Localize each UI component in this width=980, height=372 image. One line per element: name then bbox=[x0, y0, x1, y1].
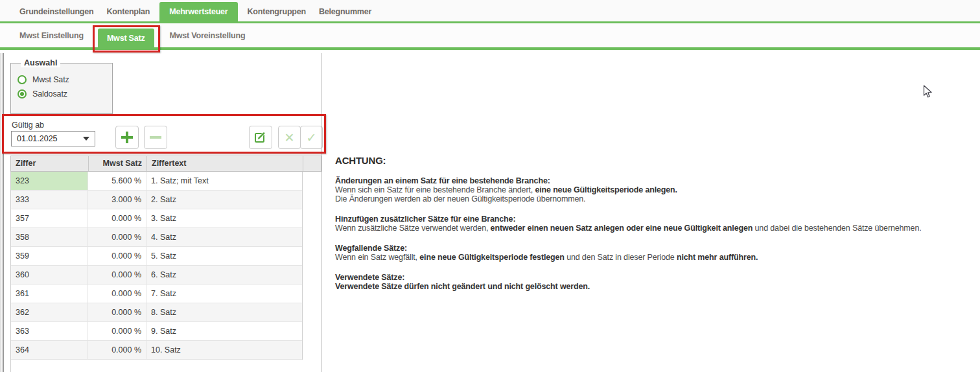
table-row[interactable]: 3600.000 %6. Satz bbox=[11, 266, 302, 285]
table-cell[interactable]: 0.000 % bbox=[88, 285, 146, 303]
table-cell[interactable]: 360 bbox=[11, 266, 88, 284]
table-cell[interactable]: 357 bbox=[11, 209, 88, 227]
table-row[interactable]: 3333.000 %2. Satz bbox=[11, 191, 302, 209]
table-cell[interactable]: 364 bbox=[11, 341, 88, 359]
radio-option-saldosatz[interactable]: Saldosatz bbox=[18, 89, 106, 99]
table-row[interactable]: 3640.000 %10. Satz bbox=[11, 341, 302, 360]
table-row[interactable]: 3235.600 %1. Satz; mit Text bbox=[11, 172, 302, 191]
column-header-ziffertext[interactable]: Ziffertext bbox=[147, 156, 303, 171]
note-line: Wenn sich ein Satz für eine bestehende B… bbox=[335, 185, 967, 194]
table-cell[interactable]: 3. Satz bbox=[146, 209, 302, 227]
tab-belegnummer[interactable]: Belegnummer bbox=[312, 2, 378, 21]
table-cell[interactable]: 362 bbox=[11, 303, 88, 321]
note-heading: Hinzufügen zusätzlicher Sätze für eine B… bbox=[335, 215, 967, 224]
note-heading: Wegfallende Sätze: bbox=[335, 244, 967, 253]
achtung-title: ACHTUNG: bbox=[335, 155, 967, 166]
note-heading: Änderungen an einem Satz für eine besteh… bbox=[335, 176, 967, 185]
radio-icon[interactable] bbox=[18, 75, 27, 84]
plus-icon bbox=[121, 132, 133, 143]
note-line: Verwendete Sätze dürfen nicht geändert u… bbox=[335, 282, 967, 291]
remove-period-button[interactable] bbox=[144, 126, 167, 149]
table-cell[interactable]: 363 bbox=[11, 322, 88, 340]
table-cell[interactable]: 0.000 % bbox=[88, 341, 146, 359]
tab-mehrwertsteuer[interactable]: Mehrwertsteuer bbox=[159, 2, 237, 21]
note-line: Wenn ein Satz wegfällt, eine neue Gültig… bbox=[335, 253, 967, 262]
rate-table-header: Ziffer Mwst Satz Ziffertext bbox=[10, 156, 322, 172]
column-header-ziffer[interactable]: Ziffer bbox=[11, 156, 89, 171]
table-cell[interactable]: 0.000 % bbox=[88, 303, 146, 321]
table-cell[interactable]: 5.600 % bbox=[88, 172, 146, 190]
cancel-button[interactable]: ✕ bbox=[278, 126, 301, 149]
table-cell[interactable]: 3.000 % bbox=[88, 191, 146, 209]
add-period-button[interactable] bbox=[115, 126, 139, 149]
minus-icon bbox=[150, 136, 161, 139]
radio-option-mwst-satz[interactable]: Mwst Satz bbox=[18, 75, 106, 84]
table-cell[interactable]: 0.000 % bbox=[88, 228, 146, 246]
radio-label: Mwst Satz bbox=[32, 75, 69, 84]
table-cell[interactable]: 6. Satz bbox=[146, 266, 302, 284]
note-paragraph: Wegfallende Sätze: Wenn ein Satz wegfäll… bbox=[335, 244, 967, 262]
note-paragraph: Hinzufügen zusätzlicher Sätze für eine B… bbox=[335, 215, 967, 233]
table-cell[interactable]: 8. Satz bbox=[146, 303, 302, 321]
auswahl-legend: Auswahl bbox=[21, 58, 60, 67]
edit-pencil-icon bbox=[253, 130, 268, 145]
table-cell[interactable]: 2. Satz bbox=[146, 191, 302, 209]
table-row[interactable]: 3590.000 %5. Satz bbox=[11, 247, 302, 266]
note-heading: Verwendete Sätze: bbox=[335, 273, 967, 282]
checkmark-icon: ✓ bbox=[307, 132, 317, 144]
radio-label: Saldosatz bbox=[32, 89, 67, 99]
tab-mwst-voreinstellung[interactable]: Mwst Voreinstellung bbox=[163, 23, 252, 47]
edit-button[interactable] bbox=[249, 126, 272, 149]
note-line: Die Änderungen werden ab der neuen Gülti… bbox=[335, 194, 967, 203]
valid-from-dropdown[interactable]: 01.01.2025 bbox=[11, 131, 95, 146]
primary-tab-bar: Grundeinstellungen Kontenplan Mehrwertst… bbox=[0, 0, 980, 21]
table-row[interactable]: 3610.000 %7. Satz bbox=[11, 285, 302, 303]
table-cell[interactable]: 10. Satz bbox=[146, 341, 302, 359]
table-cell[interactable]: 333 bbox=[11, 191, 88, 209]
auswahl-group: Auswahl Mwst Satz Saldosatz bbox=[10, 58, 113, 114]
tab-kontengruppen[interactable]: Kontengruppen bbox=[241, 2, 312, 21]
tab-mwst-einstellung[interactable]: Mwst Einstellung bbox=[13, 23, 90, 47]
tab-grundeinstellungen[interactable]: Grundeinstellungen bbox=[13, 2, 100, 21]
table-row[interactable]: 3620.000 %8. Satz bbox=[11, 303, 302, 322]
table-row[interactable]: 3630.000 %9. Satz bbox=[11, 322, 302, 341]
note-line: Wenn zusätzliche Sätze verwendet werden,… bbox=[335, 224, 967, 233]
valid-from-label: Gültig ab bbox=[12, 121, 44, 130]
chevron-down-icon bbox=[83, 137, 89, 141]
table-cell[interactable]: 0.000 % bbox=[88, 209, 146, 227]
table-cell[interactable]: 0.000 % bbox=[88, 322, 146, 340]
rate-table-body: 3235.600 %1. Satz; mit Text3333.000 %2. … bbox=[10, 172, 303, 360]
table-cell[interactable]: 4. Satz bbox=[146, 228, 302, 246]
note-paragraph: Verwendete Sätze: Verwendete Sätze dürfe… bbox=[335, 273, 967, 291]
table-cell[interactable]: 1. Satz; mit Text bbox=[146, 172, 302, 190]
table-cell[interactable]: 0.000 % bbox=[88, 266, 146, 284]
column-header-filler bbox=[303, 156, 321, 171]
panel-divider[interactable] bbox=[321, 53, 321, 372]
valid-from-value: 01.01.2025 bbox=[17, 134, 58, 143]
achtung-panel: ACHTUNG: Änderungen an einem Satz für ei… bbox=[335, 155, 967, 302]
table-left-border-tail bbox=[10, 360, 11, 372]
x-icon: ✕ bbox=[285, 132, 295, 144]
table-cell[interactable]: 323 bbox=[11, 172, 88, 190]
confirm-button[interactable]: ✓ bbox=[300, 126, 323, 149]
table-cell[interactable]: 361 bbox=[11, 285, 88, 303]
mouse-cursor bbox=[923, 85, 933, 99]
table-row[interactable]: 3580.000 %4. Satz bbox=[11, 228, 302, 247]
column-header-mwst-satz[interactable]: Mwst Satz bbox=[89, 156, 147, 171]
table-cell[interactable]: 359 bbox=[11, 247, 88, 265]
table-cell[interactable]: 7. Satz bbox=[146, 285, 302, 303]
radio-icon[interactable] bbox=[18, 89, 27, 99]
tab-mwst-satz-label: Mwst Satz bbox=[107, 34, 145, 43]
note-paragraph: Änderungen an einem Satz für eine besteh… bbox=[335, 176, 967, 203]
tab-kontenplan[interactable]: Kontenplan bbox=[100, 2, 156, 21]
table-cell[interactable]: 5. Satz bbox=[146, 247, 302, 265]
left-panel-splitter[interactable] bbox=[0, 53, 4, 372]
secondary-tab-underline bbox=[0, 47, 980, 50]
table-row[interactable]: 3570.000 %3. Satz bbox=[11, 209, 302, 228]
table-cell[interactable]: 358 bbox=[11, 228, 88, 246]
table-cell[interactable]: 9. Satz bbox=[146, 322, 302, 340]
tab-mwst-satz[interactable]: Mwst Satz bbox=[98, 29, 154, 47]
secondary-tab-bar: Mwst Einstellung Mwst Satz Mwst Voreinst… bbox=[0, 23, 980, 47]
table-cell[interactable]: 0.000 % bbox=[88, 247, 146, 265]
